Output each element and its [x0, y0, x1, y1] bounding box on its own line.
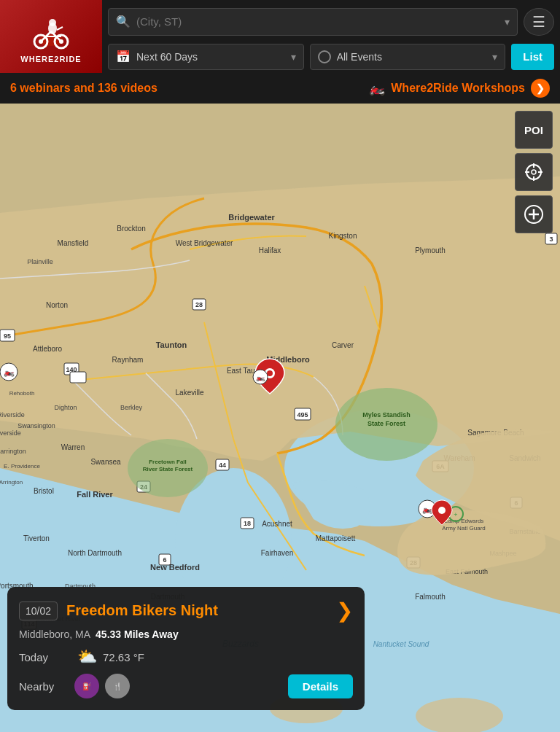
svg-text:North Dartmouth: North Dartmouth — [68, 549, 122, 557]
svg-text:Falmouth: Falmouth — [415, 593, 446, 601]
map-controls: POI — [515, 111, 553, 233]
nearby-label: Nearby — [19, 680, 63, 693]
svg-text:Warren: Warren — [61, 443, 85, 451]
svg-text:+: + — [454, 511, 457, 518]
nearby-icon-food: 🍴 — [105, 674, 130, 698]
details-button[interactable]: Details — [288, 674, 353, 698]
svg-text:🏍️: 🏍️ — [4, 366, 15, 377]
svg-text:Nantucket Sound: Nantucket Sound — [373, 640, 429, 648]
weather-icon: ⛅ — [77, 647, 97, 666]
svg-text:Bridgewater: Bridgewater — [228, 213, 275, 222]
search-bar-area: 🔍 ▾ ☰ — [102, 0, 560, 40]
svg-text:Kingston: Kingston — [329, 232, 357, 240]
svg-text:🍴: 🍴 — [113, 682, 122, 691]
nearby-icon-fuel: ⛽ — [74, 674, 99, 698]
svg-text:95: 95 — [4, 332, 11, 340]
svg-text:28: 28 — [195, 301, 203, 308]
svg-text:Army Natl Guard: Army Natl Guard — [442, 525, 486, 532]
hamburger-icon: ☰ — [532, 13, 545, 31]
event-filter-label: All Events — [337, 51, 493, 63]
date-filter[interactable]: 📅 Next 60 Days ▾ — [108, 44, 304, 70]
svg-text:Freetown Fall: Freetown Fall — [149, 459, 187, 465]
crosshair-button[interactable] — [515, 153, 553, 191]
svg-text:Plymouth: Plymouth — [415, 246, 446, 254]
svg-text:Mansfield: Mansfield — [58, 239, 89, 247]
event-weather-row: Today ⛅ 72.63 °F — [19, 647, 353, 666]
svg-text:New Bedford: New Bedford — [150, 563, 200, 572]
svg-text:River State Forest: River State Forest — [143, 466, 193, 472]
svg-text:Dighton: Dighton — [54, 404, 77, 411]
svg-point-9 — [49, 19, 56, 26]
banner-arrow-icon: ❯ — [531, 79, 550, 98]
search-dropdown-arrow-icon: ▾ — [505, 16, 510, 28]
svg-line-10 — [57, 27, 63, 30]
svg-text:West Bridgewater: West Bridgewater — [176, 239, 233, 247]
svg-text:Swansea: Swansea — [90, 458, 121, 466]
svg-text:Brockton: Brockton — [117, 225, 145, 233]
banner-left-text: 6 webinars and 136 videos — [10, 82, 369, 95]
svg-text:Carver: Carver — [332, 341, 354, 349]
event-title: Freedom Bikers Night — [66, 602, 329, 619]
svg-text:Mattapoisett: Mattapoisett — [316, 534, 356, 542]
svg-text:Fall River: Fall River — [77, 490, 113, 499]
event-next-arrow-icon[interactable]: ❯ — [336, 599, 353, 623]
svg-text:Plainville: Plainville — [27, 258, 53, 265]
event-dropdown-arrow-icon: ▾ — [492, 51, 497, 63]
svg-text:495: 495 — [297, 411, 308, 418]
svg-text:Berkley: Berkley — [120, 404, 143, 411]
app-name: WHERE2RIDE — [20, 55, 81, 63]
svg-text:Attleboro: Attleboro — [33, 345, 62, 353]
event-today-label: Today — [19, 651, 63, 663]
svg-text:Myles Standish: Myles Standish — [362, 411, 411, 418]
event-card-header: 10/02 Freedom Bikers Night ❯ — [19, 599, 353, 623]
app-logo[interactable]: WHERE2RIDE — [0, 0, 102, 73]
search-input[interactable] — [136, 15, 505, 28]
list-button[interactable]: List — [511, 44, 554, 70]
event-nearby-row: Nearby ⛽ 🍴 Details — [19, 674, 353, 698]
svg-text:Swansington: Swansington — [18, 422, 55, 429]
weather-temperature: 72.63 °F — [103, 651, 144, 663]
svg-text:Rehoboth: Rehoboth — [9, 390, 35, 397]
event-filter-circle-icon — [318, 50, 331, 63]
search-wrapper[interactable]: 🔍 ▾ — [108, 8, 518, 36]
zoom-in-button[interactable] — [515, 195, 553, 233]
date-filter-label: Next 60 Days — [136, 51, 291, 63]
hamburger-button[interactable]: ☰ — [524, 8, 554, 36]
svg-text:Fairhaven: Fairhaven — [261, 549, 293, 557]
svg-text:E. Providence: E. Providence — [4, 463, 40, 470]
svg-text:Acushnet: Acushnet — [262, 520, 292, 528]
svg-text:Raynham: Raynham — [112, 356, 144, 364]
event-date-badge: 10/02 — [19, 601, 58, 620]
svg-text:18: 18 — [244, 520, 251, 527]
svg-point-118 — [532, 170, 536, 174]
svg-text:Barrington: Barrington — [0, 448, 26, 455]
svg-text:Tiverton: Tiverton — [23, 534, 50, 542]
svg-text:🏍️: 🏍️ — [422, 503, 433, 514]
svg-text:Bristol: Bristol — [34, 487, 54, 495]
svg-text:State Forest: State Forest — [368, 420, 405, 427]
svg-text:Halifax: Halifax — [259, 246, 281, 254]
banner-right-text: Where2Ride Workshops — [391, 82, 525, 95]
event-location: Middleboro, MA 45.33 Miles Away — [19, 628, 353, 640]
banner[interactable]: 6 webinars and 136 videos 🏍️ Where2Ride … — [0, 73, 560, 104]
svg-text:44: 44 — [219, 462, 226, 469]
search-icon: 🔍 — [116, 15, 131, 28]
event-card: 10/02 Freedom Bikers Night ❯ Middleboro,… — [7, 587, 365, 710]
svg-text:Lakeville: Lakeville — [176, 389, 204, 397]
svg-text:🏍️: 🏍️ — [256, 373, 265, 382]
svg-text:Norton: Norton — [46, 301, 68, 309]
event-distance: 45.33 Miles Away — [96, 628, 179, 640]
svg-text:Riverside: Riverside — [0, 411, 25, 418]
date-dropdown-arrow-icon: ▾ — [291, 51, 296, 63]
banner-workshop-icon: 🏍️ — [369, 80, 385, 96]
svg-point-112 — [438, 507, 446, 514]
calendar-icon: 📅 — [116, 50, 131, 63]
poi-button[interactable]: POI — [515, 111, 553, 149]
svg-text:Arrington: Arrington — [0, 479, 23, 486]
svg-text:Taunton: Taunton — [156, 340, 187, 349]
filter-bar: 📅 Next 60 Days ▾ All Events ▾ List — [102, 40, 560, 73]
svg-text:Riverside: Riverside — [0, 429, 21, 437]
event-filter[interactable]: All Events ▾ — [310, 44, 506, 70]
event-location-city: Middleboro, MA — [19, 628, 90, 640]
svg-rect-42 — [70, 372, 86, 383]
